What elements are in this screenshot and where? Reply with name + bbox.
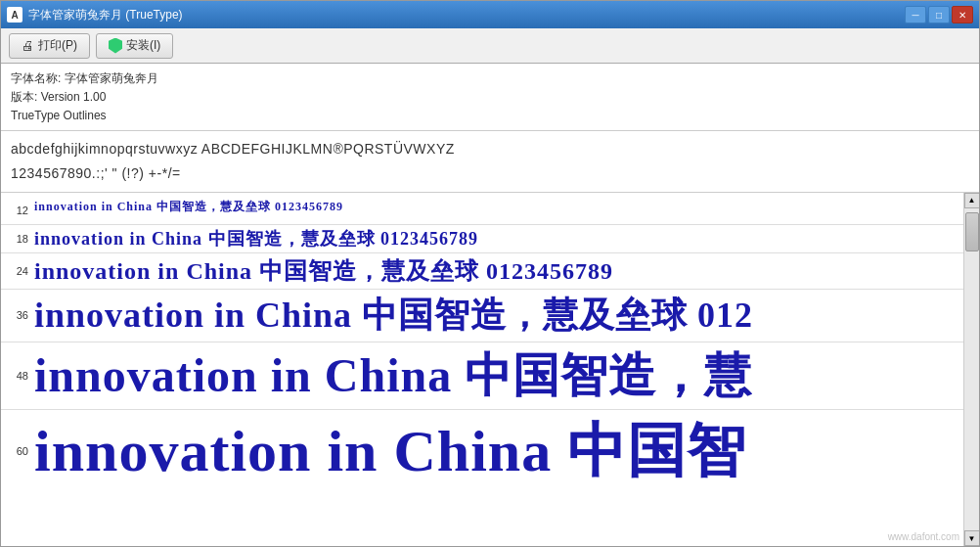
scroll-track[interactable] xyxy=(964,208,979,530)
scroll-down-arrow[interactable]: ▼ xyxy=(964,530,980,546)
print-icon: 🖨 xyxy=(22,38,34,53)
preview-text-24: innovation in China 中国智造，慧及垒球 0123456789 xyxy=(34,255,613,287)
preview-row-60: 60 innovation in China 中国智 xyxy=(1,410,963,493)
preview-content: 12 innovation in China 中国智造，慧及垒球 0123456… xyxy=(1,193,963,546)
font-type-line: TrueType Outlines xyxy=(11,107,969,125)
main-window: A 字体管家萌兔奔月 (TrueType) ─ □ ✕ 🖨 打印(P) 安装(I… xyxy=(0,0,980,547)
alphabet-line2: 1234567890.:;' " (!?) +-*/= xyxy=(11,161,969,186)
size-label-18: 18 xyxy=(5,233,34,245)
font-info: 字体名称: 字体管家萌兔奔月 版本: Version 1.00 TrueType… xyxy=(1,64,979,131)
scrollbar[interactable]: ▲ ▼ xyxy=(963,193,979,546)
print-button[interactable]: 🖨 打印(P) xyxy=(9,33,90,59)
minimize-button[interactable]: ─ xyxy=(905,6,926,23)
preview-text-36: innovation in China 中国智造，慧及垒球 012 xyxy=(34,292,753,340)
toolbar: 🖨 打印(P) 安装(I) xyxy=(1,28,979,64)
preview-text-48: innovation in China 中国智造，慧 xyxy=(34,344,752,407)
app-icon: A xyxy=(7,7,22,23)
watermark: www.dafont.com xyxy=(888,531,959,542)
restore-button[interactable]: □ xyxy=(928,6,950,23)
alphabet-line1: abcdefghijkimnopqrstuvwxyz ABCDEFGHIJKLM… xyxy=(11,137,969,161)
install-button[interactable]: 安装(I) xyxy=(96,33,173,59)
print-label: 打印(P) xyxy=(38,37,77,54)
preview-row-36: 36 innovation in China 中国智造，慧及垒球 012 xyxy=(1,290,963,342)
size-label-48: 48 xyxy=(5,370,34,382)
install-icon xyxy=(109,38,122,54)
font-version-line: 版本: Version 1.00 xyxy=(11,88,969,107)
preview-row-12: 12 innovation in China 中国智造，慧及垒球 0123456… xyxy=(1,197,963,224)
install-label: 安装(I) xyxy=(126,37,160,54)
preview-row-48: 48 innovation in China 中国智造，慧 xyxy=(1,342,963,409)
size-label-60: 60 xyxy=(5,445,34,457)
size-label-36: 36 xyxy=(5,309,34,321)
preview-text-18: innovation in China 中国智造，慧及垒球 0123456789 xyxy=(34,227,478,251)
scroll-thumb[interactable] xyxy=(965,212,979,251)
close-button[interactable]: ✕ xyxy=(952,6,973,23)
window-controls: ─ □ ✕ xyxy=(905,6,973,23)
preview-row-24: 24 innovation in China 中国智造，慧及垒球 0123456… xyxy=(1,253,963,289)
preview-section: 12 innovation in China 中国智造，慧及垒球 0123456… xyxy=(1,193,979,546)
window-title: 字体管家萌兔奔月 (TrueType) xyxy=(28,7,183,23)
scroll-up-arrow[interactable]: ▲ xyxy=(964,193,980,208)
preview-text-12: innovation in China 中国智造，慧及垒球 0123456789 xyxy=(34,199,343,215)
preview-row-18: 18 innovation in China 中国智造，慧及垒球 0123456… xyxy=(1,225,963,252)
font-name-line: 字体名称: 字体管家萌兔奔月 xyxy=(11,69,969,88)
alphabet-preview: abcdefghijkimnopqrstuvwxyz ABCDEFGHIJKLM… xyxy=(1,131,979,193)
preview-text-60: innovation in China 中国智 xyxy=(34,412,746,491)
title-bar-left: A 字体管家萌兔奔月 (TrueType) xyxy=(7,7,183,23)
size-label-24: 24 xyxy=(5,265,34,277)
size-label-12: 12 xyxy=(5,205,34,216)
title-bar: A 字体管家萌兔奔月 (TrueType) ─ □ ✕ xyxy=(1,1,979,28)
